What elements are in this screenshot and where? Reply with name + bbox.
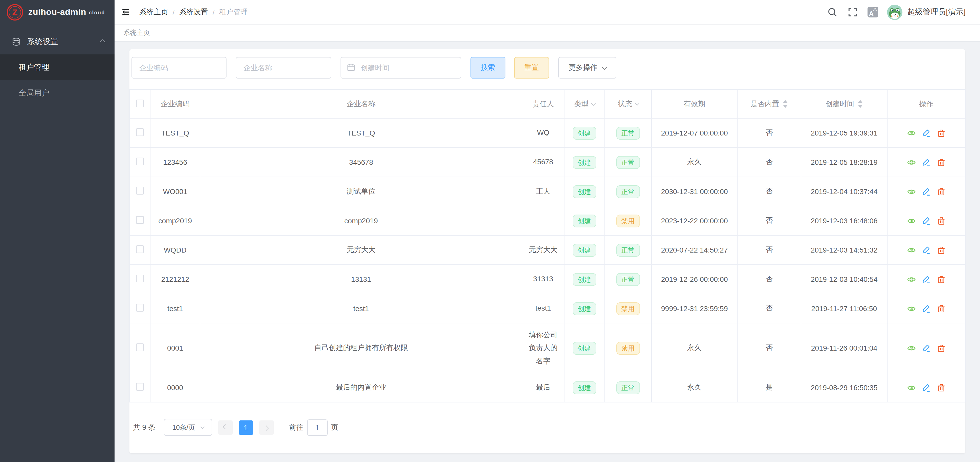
- edit-icon[interactable]: [922, 158, 931, 167]
- chevron-up-icon: [100, 40, 105, 45]
- cell-name: 13131: [200, 265, 522, 294]
- cell-type: 创建: [564, 118, 604, 148]
- edit-icon[interactable]: [922, 275, 931, 284]
- cell-created: 2019-12-03 16:48:06: [801, 206, 887, 235]
- delete-icon[interactable]: [937, 187, 946, 196]
- company-code-input[interactable]: [132, 57, 226, 79]
- filter-icon[interactable]: [591, 101, 595, 105]
- view-icon[interactable]: [907, 158, 916, 167]
- edit-icon[interactable]: [922, 129, 931, 138]
- cell-actions: [887, 148, 966, 177]
- delete-icon[interactable]: [937, 158, 946, 167]
- delete-icon[interactable]: [937, 344, 946, 352]
- goto-page-input[interactable]: [307, 419, 328, 435]
- edit-icon[interactable]: [922, 383, 931, 392]
- edit-icon[interactable]: [922, 305, 931, 313]
- language-icon[interactable]: A 文: [867, 7, 878, 17]
- cell-checkbox: [130, 177, 150, 206]
- sort-icon[interactable]: [858, 100, 863, 108]
- edit-icon[interactable]: [922, 344, 931, 352]
- tab-system-home[interactable]: 系统主页: [115, 25, 162, 41]
- cell-builtin: 否: [737, 118, 801, 148]
- row-checkbox[interactable]: [136, 343, 144, 351]
- sort-icon[interactable]: [783, 100, 788, 108]
- view-icon[interactable]: [907, 246, 916, 255]
- view-icon[interactable]: [907, 305, 916, 313]
- cell-type: 创建: [564, 148, 604, 177]
- cell-status: 禁用: [604, 323, 652, 373]
- sidebar-group-system-settings[interactable]: 系统设置: [0, 29, 115, 54]
- search-button[interactable]: 搜索: [471, 57, 506, 79]
- delete-icon[interactable]: [937, 129, 946, 138]
- cell-builtin: 否: [737, 148, 801, 177]
- view-icon[interactable]: [907, 383, 916, 392]
- cell-code: 0001: [150, 323, 200, 373]
- view-icon[interactable]: [907, 187, 916, 196]
- cell-validity: 永久: [652, 148, 737, 177]
- search-icon[interactable]: [827, 7, 837, 17]
- col-header-builtin: 是否内置: [737, 90, 801, 118]
- type-badge: 创建: [573, 156, 596, 168]
- more-actions-button[interactable]: 更多操作: [558, 57, 616, 79]
- user-name[interactable]: 超级管理员[演示]: [907, 7, 966, 17]
- cell-status: 禁用: [604, 294, 652, 323]
- cell-validity: 9999-12-31 23:59:59: [652, 294, 737, 323]
- fullscreen-icon[interactable]: [847, 7, 858, 17]
- cell-owner: 王大: [522, 177, 564, 206]
- edit-icon[interactable]: [922, 187, 931, 196]
- sidebar-item-global-users[interactable]: 全局用户: [0, 80, 115, 106]
- cell-owner: test1: [522, 294, 564, 323]
- next-page-button[interactable]: [259, 420, 274, 435]
- view-icon[interactable]: [907, 344, 916, 352]
- page-number-1[interactable]: 1: [239, 420, 253, 435]
- status-badge: 禁用: [616, 341, 640, 354]
- edit-icon[interactable]: [922, 217, 931, 225]
- sidebar-item-tenant-management[interactable]: 租户管理: [0, 54, 115, 80]
- breadcrumb-item-home[interactable]: 系统主页: [139, 8, 168, 17]
- type-badge: 创建: [573, 244, 596, 256]
- cell-owner: [522, 206, 564, 235]
- cell-name: comp2019: [200, 206, 522, 235]
- prev-page-button[interactable]: [218, 420, 232, 435]
- type-badge: 创建: [573, 273, 596, 286]
- filter-icon[interactable]: [635, 101, 639, 105]
- view-icon[interactable]: [907, 129, 916, 138]
- main-area: 系统主页 / 系统设置 / 租户管理 A: [115, 0, 980, 462]
- chevron-left-icon: [223, 424, 228, 429]
- avatar[interactable]: [887, 4, 902, 20]
- row-checkbox[interactable]: [136, 275, 144, 282]
- page-size-select[interactable]: 10条/页: [164, 419, 212, 436]
- view-icon[interactable]: [907, 275, 916, 284]
- delete-icon[interactable]: [937, 246, 946, 255]
- status-badge: 正常: [616, 127, 640, 140]
- select-all-checkbox[interactable]: [136, 99, 144, 107]
- reset-button[interactable]: 重置: [514, 57, 549, 79]
- cell-name: 自己创建的租户拥有所有权限: [200, 323, 522, 373]
- row-checkbox[interactable]: [136, 216, 144, 224]
- sidebar-fold-icon[interactable]: [120, 6, 131, 18]
- breadcrumb-item-settings[interactable]: 系统设置: [179, 8, 208, 17]
- cell-checkbox: [130, 235, 150, 265]
- row-checkbox[interactable]: [136, 129, 144, 136]
- company-name-input[interactable]: [236, 57, 331, 79]
- cell-created: 2019-08-29 16:50:35: [801, 373, 887, 402]
- delete-icon[interactable]: [937, 305, 946, 313]
- cell-created: 2019-12-03 14:51:32: [801, 235, 887, 265]
- col-header-checkbox: [130, 90, 150, 118]
- row-checkbox[interactable]: [136, 187, 144, 195]
- row-checkbox[interactable]: [136, 245, 144, 253]
- delete-icon[interactable]: [937, 217, 946, 225]
- cell-status: 正常: [604, 265, 652, 294]
- view-icon[interactable]: [907, 217, 916, 225]
- delete-icon[interactable]: [937, 275, 946, 284]
- cell-actions: [887, 177, 966, 206]
- edit-icon[interactable]: [922, 246, 931, 255]
- cell-status: 正常: [604, 373, 652, 402]
- row-checkbox[interactable]: [136, 304, 144, 311]
- created-time-datepicker[interactable]: [340, 57, 461, 79]
- row-checkbox[interactable]: [136, 157, 144, 165]
- delete-icon[interactable]: [937, 383, 946, 392]
- row-checkbox[interactable]: [136, 383, 144, 391]
- created-time-input[interactable]: [340, 57, 461, 79]
- cell-builtin: 否: [737, 235, 801, 265]
